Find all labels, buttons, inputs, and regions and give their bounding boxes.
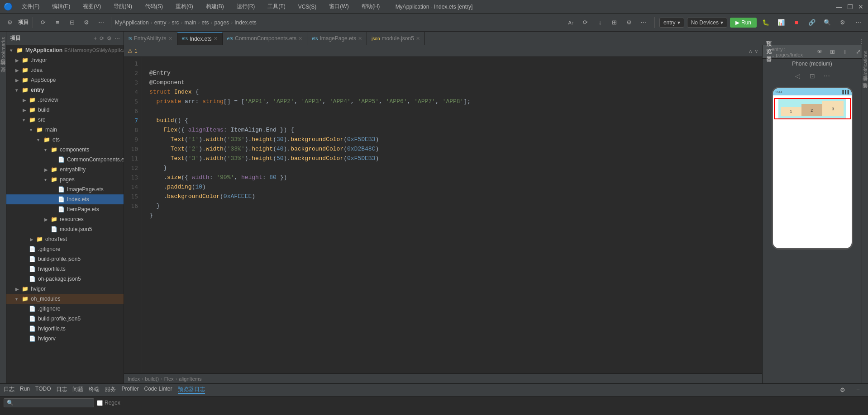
- menu-refactor[interactable]: 重构(0): [172, 2, 197, 11]
- log-search-input[interactable]: [4, 398, 94, 407]
- tree-commoncomponents[interactable]: 📄 CommonComponents.ets: [6, 155, 124, 165]
- tree-gitignore1[interactable]: 📄 .gitignore: [6, 244, 124, 254]
- tree-gitignore2[interactable]: 📄 .gitignore: [6, 304, 124, 314]
- toolbar-more-icon[interactable]: ⋯: [637, 16, 650, 29]
- toolbar-more2-icon[interactable]: ⋯: [852, 16, 864, 29]
- menu-vcs[interactable]: VCS(S): [295, 3, 320, 11]
- menu-tools[interactable]: 工具(T): [264, 2, 289, 11]
- minimize-button[interactable]: —: [835, 3, 843, 10]
- tab-more-button[interactable]: ⋮: [854, 38, 868, 45]
- menu-run[interactable]: 运行(R): [233, 2, 259, 11]
- tab-commoncomponents[interactable]: ets CommonComponents.ets ✕: [223, 32, 307, 45]
- tree-ohpackage[interactable]: 📄 oh-package.json5: [6, 274, 124, 284]
- bottom-tab-previewer-log[interactable]: 预览器日志: [178, 386, 205, 394]
- sidebar-more-icon[interactable]: ⋯: [114, 35, 120, 42]
- download-icon[interactable]: ↓: [594, 16, 606, 29]
- tree-indexets[interactable]: 📄 Index.ets: [6, 194, 124, 204]
- notifications-vtab[interactable]: Notifications: [862, 47, 868, 81]
- tab-entryability-close-icon[interactable]: ✕: [168, 36, 172, 42]
- bottom-tab-terminal[interactable]: 终端: [89, 386, 100, 394]
- tab-entryability[interactable]: ts EntryAbility.ts ✕: [124, 32, 177, 45]
- debug-icon[interactable]: 🐛: [759, 16, 772, 29]
- collapse-icon[interactable]: ⊟: [66, 16, 78, 29]
- tree-hvigorv[interactable]: 📄 hvigorv: [6, 334, 124, 344]
- settings-icon[interactable]: ⚙: [80, 16, 93, 29]
- tab-index-close-icon[interactable]: ✕: [214, 36, 218, 42]
- tree-hvigorfile[interactable]: 📄 hvigorfile.ts: [6, 264, 124, 274]
- more-icon[interactable]: ⋯: [95, 16, 107, 29]
- stop-icon[interactable]: ■: [790, 16, 803, 29]
- menu-code[interactable]: 代码(S): [141, 2, 167, 11]
- preview-layout-icon[interactable]: ⊞: [827, 46, 838, 58]
- run-button[interactable]: ▶ Run: [730, 18, 757, 28]
- tree-root[interactable]: ▾ 📁 MyApplication E:\HarmonyOS\MyApplica…: [6, 45, 124, 55]
- menu-edit[interactable]: 编辑(E): [48, 2, 74, 11]
- settings2-icon[interactable]: ⚙: [623, 16, 635, 29]
- breadcrumb-myapp[interactable]: MyApplication: [115, 19, 149, 26]
- menu-file[interactable]: 文件(F): [18, 2, 43, 11]
- preview-more3-icon[interactable]: ⋯: [821, 71, 832, 81]
- breadcrumb-src[interactable]: src: [172, 19, 179, 26]
- regex-checkbox[interactable]: [97, 400, 103, 406]
- project-settings-icon[interactable]: ⚙: [4, 16, 16, 29]
- preview-split-icon[interactable]: ⫴: [840, 46, 851, 58]
- sync-icon[interactable]: ⟳: [37, 16, 49, 29]
- sidebar-gear-icon[interactable]: ⚙: [107, 35, 112, 42]
- device-selector[interactable]: No Devices ▾: [687, 18, 727, 28]
- tree-hvigor2[interactable]: ▶ 📁 hvigor: [6, 284, 124, 294]
- tree-itempage[interactable]: 📄 ItemPage.ets: [6, 204, 124, 214]
- agent-vtab[interactable]: 智能体: [861, 89, 868, 96]
- tree-ets[interactable]: ▾ 📁 ets: [6, 135, 124, 145]
- close-button[interactable]: ✕: [857, 3, 864, 10]
- settings3-icon[interactable]: ⚙: [836, 16, 849, 29]
- refresh-icon[interactable]: ⟳: [579, 16, 592, 29]
- tree-src[interactable]: ▾ 📁 src: [6, 115, 124, 125]
- bookmarks-vtab[interactable]: Bookmarks: [0, 33, 7, 66]
- menu-nav[interactable]: 导航(N): [110, 2, 136, 11]
- tree-build[interactable]: ▶ 📁 build: [6, 105, 124, 115]
- menu-window[interactable]: 窗口(W): [325, 2, 352, 11]
- bottom-close-icon[interactable]: −: [852, 384, 864, 396]
- tab-index[interactable]: ets Index.ets ✕: [177, 32, 223, 45]
- bottom-tab-version[interactable]: 日志: [4, 386, 14, 394]
- tree-pages[interactable]: ▾ 📁 pages: [6, 174, 124, 184]
- breadcrumb-pages[interactable]: pages: [214, 19, 229, 26]
- menu-build[interactable]: 构建(B): [202, 2, 228, 11]
- profile-icon[interactable]: 📊: [775, 16, 787, 29]
- tree-modulejson[interactable]: 📄 module.json5: [6, 224, 124, 234]
- tree-main[interactable]: ▾ 📁 main: [6, 125, 124, 135]
- vcs-vtab[interactable]: 版本控制: [0, 66, 7, 73]
- tree-resources[interactable]: ▶ 📁 resources: [6, 214, 124, 224]
- sidebar-sync-icon[interactable]: ⟳: [100, 35, 104, 42]
- nav-up-icon[interactable]: ∧: [749, 48, 753, 54]
- entry-selector[interactable]: entry ▾: [659, 18, 684, 28]
- tree-ohostest[interactable]: ▶ 📁 ohosTest: [6, 234, 124, 244]
- tree-appscope[interactable]: ▶ 📁 AppScope: [6, 75, 124, 85]
- tree-buildprofile[interactable]: 📄 build-profile.json5: [6, 254, 124, 264]
- bottom-tab-log[interactable]: 日志: [56, 386, 67, 394]
- preview-home-icon[interactable]: ⊡: [807, 71, 818, 81]
- layout-icon[interactable]: ⊞: [608, 16, 621, 29]
- tree-preview[interactable]: ▶ 📁 .preview: [6, 95, 124, 105]
- search2-icon[interactable]: 🔍: [821, 16, 834, 29]
- tree-idea[interactable]: ▶ 📁 .idea: [6, 65, 124, 75]
- menu-view[interactable]: 视图(V): [79, 2, 105, 11]
- expand-icon[interactable]: ≡: [51, 16, 64, 29]
- breadcrumb-main[interactable]: main: [184, 19, 196, 26]
- font-size-icon[interactable]: A↑: [565, 16, 577, 29]
- bottom-settings-icon[interactable]: ⚙: [836, 384, 849, 396]
- editor-code-area[interactable]: 1 2 3 4 5 6 7 8 9 10 11 12 13 14: [124, 57, 762, 373]
- tree-entryability[interactable]: ▶ 📁 entryability: [6, 165, 124, 174]
- tab-imagepage[interactable]: ets ImagePage.ets ✕: [307, 32, 367, 45]
- tree-imagepage[interactable]: 📄 ImagePage.ets: [6, 184, 124, 194]
- tree-hvigorfile2[interactable]: 📄 hvigorfile.ts: [6, 324, 124, 334]
- tab-cc-close-icon[interactable]: ✕: [298, 36, 302, 42]
- nav-down-icon[interactable]: ∨: [754, 48, 758, 54]
- bottom-tab-services[interactable]: 服务: [105, 386, 116, 394]
- bottom-tab-todo[interactable]: TODO: [35, 386, 51, 394]
- tree-ohmodules[interactable]: ▾ 📁 oh_modules: [6, 294, 124, 304]
- breadcrumb-ets[interactable]: ets: [201, 19, 209, 26]
- tab-ip-close-icon[interactable]: ✕: [358, 36, 362, 42]
- plugins-vtab[interactable]: 插件: [861, 81, 868, 89]
- menu-help[interactable]: 帮助(H): [358, 2, 384, 11]
